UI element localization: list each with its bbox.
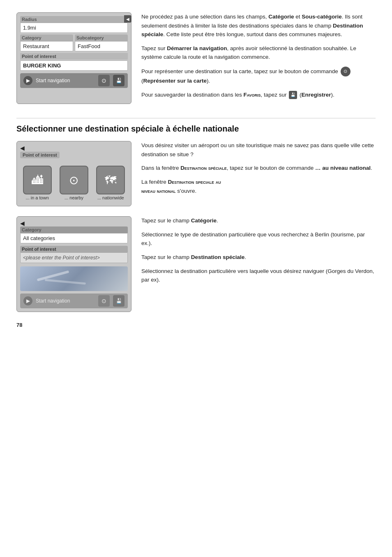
cat-field-label: Category — [20, 226, 128, 233]
category-value[interactable]: Restaurant — [20, 41, 73, 51]
poi-section-label: Point of interest — [20, 53, 128, 60]
subcategory-label: Subcategory — [75, 35, 128, 41]
cat-start-nav-bar: ▶ Start navigation ⊙ 💾 — [20, 294, 128, 308]
save-icon-inline: 💾 — [289, 91, 297, 99]
save-button[interactable]: 💾 — [113, 75, 125, 86]
start-nav-bar: ▶ Start navigation ⊙ 💾 — [20, 73, 128, 88]
btn-nationwide[interactable]: 🗺 — [96, 166, 125, 194]
bottom-para2: Sélectionnez le type de destination part… — [141, 230, 376, 248]
arrow-icon: ◀ — [126, 17, 129, 21]
top-para3: Pour représenter une destination sur la … — [141, 67, 376, 86]
cat-start-nav-label: Start navigation — [36, 298, 95, 304]
bottom-para4: Sélectionnez la destination particulière… — [141, 267, 376, 284]
bottom-section: ◀ Category All categories Point of inter… — [16, 216, 376, 312]
btn-nationwide-label: ... nationwide — [97, 195, 124, 200]
nav-screen-widget: ◀ Radius 1.9mi Category Restaurant Subca… — [16, 12, 131, 104]
btn-nearby-label: ... nearby — [65, 195, 83, 200]
top-para2: Tapez sur Démarrer la navigation, après … — [141, 44, 376, 62]
start-nav-label: Start navigation — [36, 78, 95, 83]
radius-value[interactable]: 1.9mi — [20, 23, 128, 33]
cat-save-button[interactable]: 💾 — [113, 295, 125, 307]
middle-para2: Dans la fenêtre Destination spéciale, ta… — [141, 164, 376, 173]
radius-label: Radius — [20, 16, 128, 23]
page-number: 78 — [16, 322, 376, 328]
top-para1: Ne procédez pas à une sélection dans les… — [141, 12, 376, 39]
poi-section-label: Point of interest — [20, 152, 60, 158]
category-label: Category — [20, 35, 73, 41]
page-layout: ◀ Radius 1.9mi Category Restaurant Subca… — [16, 12, 376, 328]
btn-nationwide-group: 🗺 ... nationwide — [96, 166, 125, 200]
btn-nearby-group: ⊙ ... nearby — [60, 166, 88, 200]
cat-screen-widget: ◀ Category All categories Point of inter… — [16, 216, 131, 312]
bottom-para1: Tapez sur le champ Catégorie. — [141, 216, 376, 225]
poi-buttons-area: 🏙 ... in a town ⊙ ... nearby 🗺 ... natio… — [20, 166, 128, 200]
arrow-button[interactable]: ◀ — [124, 15, 131, 23]
btn-in-a-town-label: ... in a town — [26, 195, 49, 200]
poi-arrow-icon: ◀ — [20, 145, 25, 151]
middle-right-text: Vous désirez visiter un aéroport ou un s… — [141, 141, 376, 206]
btn-in-a-town-group: 🏙 ... in a town — [23, 166, 52, 200]
middle-section: ◀ Point of interest 🏙 ... in a town ⊙ ..… — [16, 141, 376, 206]
bottom-right-text: Tapez sur le champ Catégorie. Sélectionn… — [141, 216, 376, 312]
middle-para1: Vous désirez visiter un aéroport ou un s… — [141, 141, 376, 159]
top-right-text: Ne procédez pas à une sélection dans les… — [141, 12, 376, 104]
map-icon-inline: ⊙ — [341, 67, 350, 76]
btn-nearby[interactable]: ⊙ — [60, 166, 88, 194]
btn-in-a-town[interactable]: 🏙 — [23, 166, 52, 194]
cat-map-button[interactable]: ⊙ — [98, 295, 110, 307]
cat-poi-input[interactable]: <please enter the Point of interest> — [20, 252, 128, 263]
map-button[interactable]: ⊙ — [98, 75, 110, 86]
poi-arrow-button[interactable]: ◀ — [20, 145, 128, 151]
top-para4: Pour sauvegarder la destination dans les… — [141, 90, 376, 99]
start-nav-icon[interactable]: ▶ — [23, 76, 32, 85]
section-heading: Sélectionner une destination spéciale à … — [16, 118, 376, 134]
map-area — [20, 266, 128, 291]
poi-value[interactable]: BURGER KING — [20, 60, 128, 71]
cat-poi-label: Point of interest — [20, 246, 128, 252]
subcategory-value[interactable]: FastFood — [75, 41, 128, 51]
cat-arrow-button[interactable]: ◀ — [20, 220, 128, 226]
poi-screen-widget: ◀ Point of interest 🏙 ... in a town ⊙ ..… — [16, 141, 131, 206]
bottom-para3: Tapez sur le champ Destination spéciale. — [141, 253, 376, 262]
cat-start-nav-icon[interactable]: ▶ — [23, 296, 32, 305]
cat-field-value[interactable]: All categories — [20, 233, 128, 243]
cat-arrow-icon: ◀ — [20, 220, 25, 226]
top-section: ◀ Radius 1.9mi Category Restaurant Subca… — [16, 12, 376, 104]
middle-para3: La fenêtre Destination speciale auniveau… — [141, 178, 376, 195]
